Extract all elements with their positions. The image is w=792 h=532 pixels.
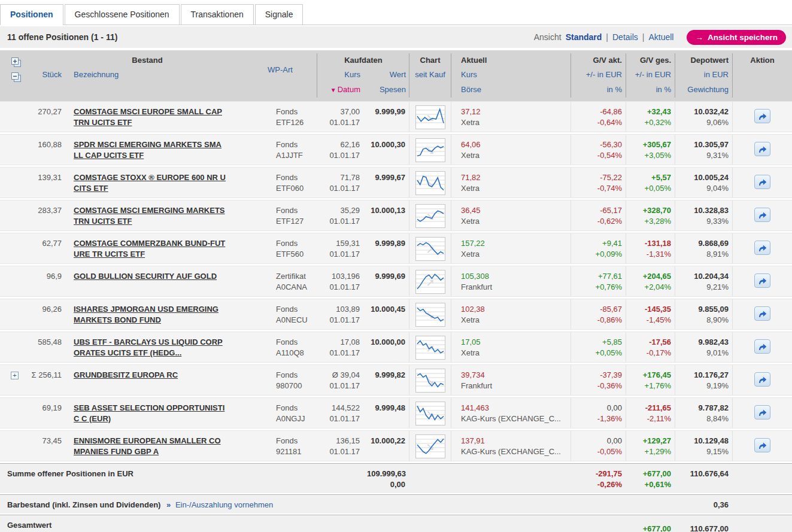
position-action-button[interactable] (754, 372, 770, 387)
gv-ges-eur-value: -131,18 (630, 238, 671, 249)
gv-ges-eur-value: +305,67 (630, 139, 671, 150)
deposit-withdraw-link[interactable]: Ein-/Auszahlung vornehmen (175, 500, 273, 509)
sparkline-chart[interactable]: ➘ (415, 204, 445, 228)
depotwert-value: 10.176,27 (679, 370, 729, 381)
view-details[interactable]: Details (612, 32, 638, 42)
tab-transaktionen[interactable]: Transaktionen (181, 4, 254, 25)
col-group-chart: Chart (409, 53, 451, 67)
total-row: Gesamtwert +677,00 110.677,00 (0, 515, 792, 532)
summary-gv-ges-pct: +0,61% (629, 479, 671, 490)
position-action-button[interactable] (754, 208, 770, 222)
position-name-link[interactable]: ENNISMORE EUROPEAN SMALLER COMPANIES FUN… (74, 436, 226, 457)
sparkline-chart[interactable]: ➘ (415, 369, 445, 393)
kauf-kurs-value: 17,08 (320, 337, 360, 348)
wp-art-value: Fonds (276, 304, 313, 315)
sparkline-chart[interactable]: ➚ (415, 336, 445, 360)
position-action-button[interactable] (754, 175, 770, 189)
position-name-link[interactable]: COMSTAGE STOXX ® EUROPE 600 NR UCITS ETF (74, 172, 226, 194)
col-wert[interactable]: Wert (364, 67, 409, 82)
wkn-value: A0CANA (276, 282, 313, 293)
position-name-link[interactable]: GOLD BULLION SECURITY AUF GOLD (74, 271, 226, 282)
gv-ges-pct-value: -1,31% (630, 249, 671, 260)
position-name-link[interactable]: ISHARES JPMORGAN USD EMERGING MARKETS BO… (74, 304, 226, 326)
sparkline-chart[interactable]: ➘ (415, 138, 445, 162)
view-aktuell[interactable]: Aktuell (648, 32, 673, 42)
position-name-link[interactable]: UBS ETF - BARCLAYS US LIQUID CORPORATES … (74, 337, 226, 358)
tab-signale[interactable]: Signale (255, 4, 304, 25)
row-expand-cell: + (0, 266, 27, 296)
wp-art-value: Fonds (276, 107, 313, 117)
col-datum[interactable]: ▼Datum (317, 82, 364, 98)
wkn-value: A0NECU (276, 315, 313, 326)
position-name-link[interactable]: GRUNDBESITZ EUROPA RC (74, 370, 226, 381)
row-expand-cell: + (0, 135, 27, 165)
wkn-value: A110Q8 (276, 348, 313, 358)
position-name-link[interactable]: COMSTAGE MSCI EMERGING MARKETS TRN UCITS… (74, 205, 226, 227)
kauf-datum-value: 01.01.17 (320, 348, 360, 358)
wp-art-value: Fonds (276, 238, 313, 249)
kauf-kurs-value: 35,29 (320, 205, 360, 216)
position-action-button[interactable] (754, 339, 770, 354)
position-name-link[interactable]: SPDR MSCI EMERGING MARKETS SMALL CAP UCI… (74, 139, 226, 161)
position-action-button[interactable] (754, 405, 770, 419)
position-name-link[interactable]: COMSTAGE MSCI EUROPE SMALL CAP TRN UCITS… (74, 107, 226, 128)
col-aktuell-kurs: Kurs (457, 67, 571, 82)
sparkline-chart[interactable]: ➘ (415, 434, 445, 458)
sparkline-chart[interactable]: ➘ (415, 171, 445, 195)
kauf-kurs-value: 103,196 (320, 271, 360, 282)
stueck-value: 69,19 (27, 398, 65, 428)
wkn-value: ETF126 (276, 117, 313, 128)
depotwert-value: 10.204,34 (679, 271, 729, 282)
positions-table-body: + 270,27 COMSTAGE MSCI EUROPE SMALL CAP … (0, 101, 792, 461)
sparkline-chart[interactable]: ➘ (415, 402, 445, 425)
position-name-link[interactable]: COMSTAGE COMMERZBANK BUND-FUTURE TR UCIT… (74, 238, 226, 260)
gewichtung-value: 9,15% (679, 446, 729, 457)
row-expand-cell: + (0, 168, 27, 197)
stueck-value: 160,88 (27, 135, 65, 165)
gv-akt-eur-value: -65,17 (575, 205, 622, 216)
table-row: + 160,88 SPDR MSCI EMERGING MARKETS SMAL… (0, 134, 792, 165)
tab-geschlossene-positionen[interactable]: Geschlossene Positionen (65, 4, 180, 25)
gv-akt-eur-value: -64,86 (575, 107, 622, 117)
gv-ges-eur-value: +328,70 (630, 205, 671, 216)
col-spesen[interactable]: Spesen (364, 82, 409, 98)
sparkline-chart[interactable]: ➘ (415, 303, 445, 327)
position-action-button[interactable] (754, 306, 770, 321)
table-row: + 96,9 GOLD BULLION SECURITY AUF GOLD Ze… (0, 266, 792, 297)
aktuell-kurs-value: 102,38 (461, 304, 567, 315)
svg-text:➘: ➘ (426, 112, 435, 124)
tab-positionen[interactable]: Positionen (0, 4, 63, 25)
expand-row-icon[interactable]: + (11, 372, 19, 379)
position-action-button[interactable] (754, 142, 770, 156)
depotwert-value: 9.868,69 (679, 238, 729, 249)
cash-label: Barbestand (inkl. Zinsen und Dividenden) (7, 500, 160, 509)
stueck-value: 96,9 (27, 266, 65, 296)
save-view-button[interactable]: → Ansicht speichern (687, 30, 786, 45)
position-action-button[interactable] (754, 273, 770, 288)
boerse-value: Xetra (461, 315, 567, 326)
sparkline-chart[interactable]: ➚ (415, 270, 445, 294)
kauf-datum-value: 01.01.17 (320, 249, 360, 260)
position-action-button[interactable] (754, 438, 770, 452)
view-standard[interactable]: Standard (566, 32, 602, 42)
col-kurs[interactable]: Kurs (317, 67, 364, 82)
sparkline-chart[interactable]: ➚ (415, 237, 445, 261)
sparkline-chart[interactable]: ➘ (415, 105, 445, 129)
wkn-value: ETF560 (276, 249, 313, 260)
aktuell-kurs-value: 137,91 (461, 436, 567, 446)
col-seit-kauf: seit Kauf (409, 67, 451, 82)
arrow-right-icon: → (695, 33, 703, 42)
position-action-button[interactable] (754, 109, 770, 123)
action-arrow-icon (757, 441, 767, 450)
wert-value: 9.999,89 (367, 238, 405, 249)
collapse-all-icon[interactable] (11, 72, 22, 83)
stueck-value: 73,45 (27, 431, 65, 461)
kauf-datum-value: 01.01.17 (320, 381, 360, 391)
position-action-button[interactable] (754, 241, 770, 255)
col-group-aktion: Aktion (733, 53, 792, 67)
aktuell-kurs-value: 157,22 (461, 238, 567, 249)
expand-all-icon[interactable] (11, 57, 22, 68)
position-name-link[interactable]: SEB ASSET SELECTION OPPORTUNISTIC C (EUR… (74, 403, 226, 424)
table-row: + 139,31 COMSTAGE STOXX ® EUROPE 600 NR … (0, 167, 792, 198)
kauf-kurs-value: Ø 39,04 (320, 370, 360, 381)
